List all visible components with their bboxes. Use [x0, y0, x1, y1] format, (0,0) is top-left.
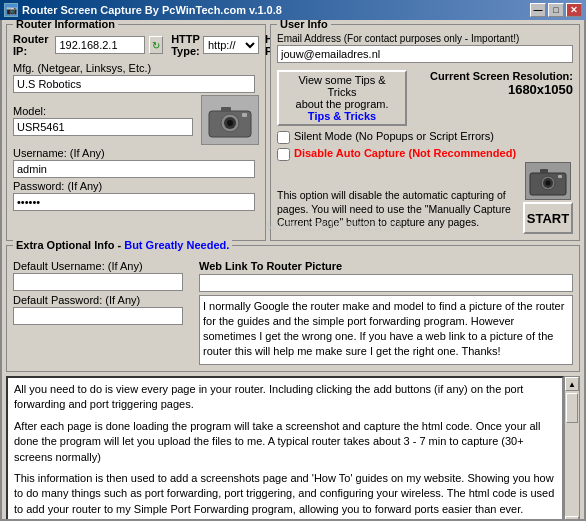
bottom-wrapper: All you need to do is view every page in…	[6, 376, 580, 521]
tips-tricks-button[interactable]: View some Tips & Tricks about the progra…	[277, 70, 407, 126]
disable-desc: This option will disable the automatic c…	[277, 189, 517, 230]
mfg-label: Mfg. (Netgear, Linksys, Etc.)	[13, 62, 259, 74]
start-camera-icon	[529, 165, 567, 197]
http-type-label: HTTP Type:	[171, 33, 201, 57]
http-type-select[interactable]: http:// https://	[203, 36, 259, 54]
bottom-para-2: After each page is done loading the prog…	[14, 419, 556, 465]
default-password-label: Default Password: (If Any)	[13, 294, 193, 306]
svg-rect-11	[558, 175, 562, 178]
router-ip-label: Router IP:	[13, 33, 51, 57]
username-label: Username: (If Any)	[13, 147, 259, 159]
svg-rect-10	[540, 169, 548, 174]
minimize-button[interactable]: —	[530, 3, 546, 17]
main-window: Router Information Router IP: ↻ HTTP Typ…	[0, 20, 586, 521]
user-info-title: User Info	[277, 20, 331, 30]
username-input[interactable]	[13, 160, 255, 178]
email-input[interactable]	[277, 45, 573, 63]
user-info-group: User Info Email Address (For contact pur…	[270, 24, 580, 241]
model-input[interactable]	[13, 118, 193, 136]
silent-mode-label: Silent Mode (No Popups or Script Errors)	[294, 130, 494, 142]
extra-optional-group: Extra Optional Info - But Greatly Needed…	[6, 245, 580, 372]
scroll-track: ▲ ▼	[564, 376, 580, 521]
router-info-title: Router Information	[13, 20, 118, 30]
close-button[interactable]: ✕	[566, 3, 582, 17]
default-password-input[interactable]	[13, 307, 183, 325]
start-button[interactable]: START	[523, 202, 573, 234]
router-ip-input[interactable]	[55, 36, 145, 54]
app-icon: 📷	[4, 3, 18, 17]
model-label: Model:	[13, 105, 199, 117]
password-input[interactable]	[13, 193, 255, 211]
svg-point-3	[227, 120, 233, 126]
svg-point-9	[546, 181, 551, 186]
svg-rect-4	[221, 107, 231, 112]
extra-optional-title: Extra Optional Info - But Greatly Needed…	[13, 239, 232, 251]
start-area: START	[523, 162, 573, 234]
mfg-input[interactable]	[13, 75, 255, 93]
router-pic-desc: I normally Google the router make and mo…	[199, 295, 573, 365]
default-username-label: Default Username: (If Any)	[13, 260, 193, 272]
disable-auto-label: Disable Auto Capture (Not Recommended)	[294, 147, 516, 159]
disable-auto-checkbox[interactable]	[277, 148, 290, 161]
bottom-para-3: This information is then used to add a s…	[14, 471, 556, 517]
resolution-box: Current Screen Resolution: 1680x1050	[430, 70, 573, 97]
scroll-thumb[interactable]	[566, 393, 578, 423]
password-label: Password: (If Any)	[13, 180, 259, 192]
camera-image	[201, 95, 259, 145]
silent-mode-checkbox[interactable]	[277, 131, 290, 144]
email-label: Email Address (For contact purposes only…	[277, 33, 573, 44]
refresh-button[interactable]: ↻	[149, 36, 163, 54]
web-link-label: Web Link To Router Picture	[199, 260, 573, 272]
scroll-down-button[interactable]: ▼	[565, 516, 579, 521]
maximize-button[interactable]: □	[548, 3, 564, 17]
default-username-input[interactable]	[13, 273, 183, 291]
bottom-para-1: All you need to do is view every page in…	[14, 382, 556, 413]
router-info-group: Router Information Router IP: ↻ HTTP Typ…	[6, 24, 266, 241]
camera-icon	[207, 101, 253, 139]
start-camera-image	[525, 162, 571, 200]
web-link-input[interactable]	[199, 274, 573, 292]
title-bar-text: Router Screen Capture By PcWinTech.com v…	[22, 4, 282, 16]
bottom-text-area[interactable]: All you need to do is view every page in…	[6, 376, 564, 521]
scroll-up-button[interactable]: ▲	[565, 377, 579, 391]
svg-rect-5	[242, 113, 247, 117]
title-bar: 📷 Router Screen Capture By PcWinTech.com…	[0, 0, 586, 20]
